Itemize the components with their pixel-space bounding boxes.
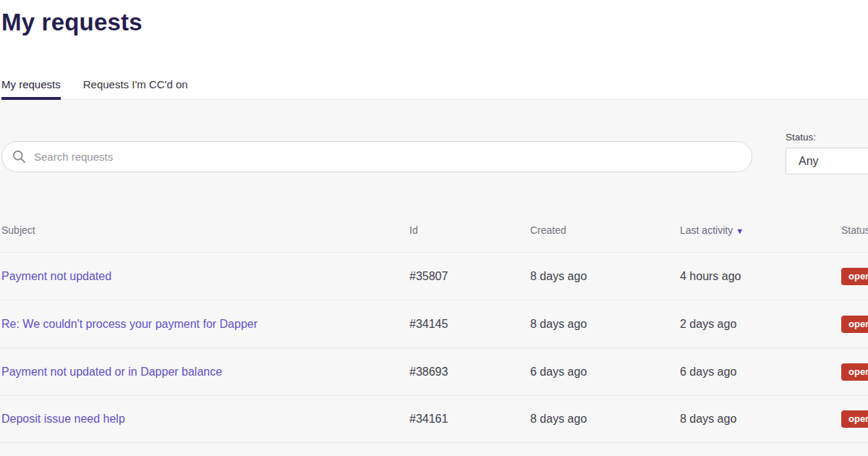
page-header: My requests My requests Requests I'm CC'… — [0, 0, 868, 100]
status-filter-label: Status: — [786, 132, 868, 143]
column-header-last-activity[interactable]: Last activity▼ — [680, 224, 841, 252]
request-created: 6 days ago — [530, 366, 680, 379]
request-last-activity: 4 hours ago — [680, 270, 841, 283]
status-badge: open — [841, 363, 868, 381]
table-row: Payment not updated or in Dapper balance… — [0, 347, 868, 395]
request-last-activity: 6 days ago — [680, 366, 841, 379]
column-header-subject[interactable]: Subject — [1, 224, 409, 252]
column-header-created[interactable]: Created — [530, 224, 680, 252]
request-created: 8 days ago — [530, 413, 680, 426]
request-subject-link[interactable]: Payment not updated or in Dapper balance — [1, 366, 222, 378]
request-subject-link[interactable]: Re: We couldn't process your payment for… — [1, 318, 258, 330]
tab-requests-ccd-on[interactable]: Requests I'm CC'd on — [83, 74, 188, 99]
table-body: Payment not updated #35807 8 days ago 4 … — [0, 252, 868, 443]
page-title: My requests — [1, 9, 868, 36]
status-select-value: Any — [799, 155, 819, 168]
status-select[interactable]: Any — [786, 148, 868, 174]
request-id: #35807 — [409, 270, 530, 283]
request-id: #34161 — [409, 413, 530, 426]
request-last-activity: 2 days ago — [680, 318, 841, 331]
status-badge: open — [841, 268, 868, 285]
request-created: 8 days ago — [530, 318, 680, 331]
column-header-last-activity-label: Last activity — [680, 224, 733, 236]
tab-my-requests[interactable]: My requests — [1, 74, 61, 99]
filter-row: Status: Any — [0, 100, 868, 172]
status-filter: Status: Any — [786, 132, 868, 174]
request-id: #38693 — [409, 366, 530, 379]
tab-bar: My requests Requests I'm CC'd on — [1, 74, 868, 100]
request-subject-link[interactable]: Payment not updated — [1, 270, 111, 282]
request-subject-link[interactable]: Deposit issue need help — [1, 413, 125, 425]
request-id: #34145 — [409, 318, 530, 331]
table-row: Re: We couldn't process your payment for… — [0, 300, 868, 347]
sort-descending-icon: ▼ — [736, 227, 744, 235]
table-row: Deposit issue need help #34161 8 days ag… — [0, 395, 868, 443]
table-header: Subject Id Created Last activity▼ Status — [0, 172, 868, 252]
status-badge: open — [841, 410, 868, 428]
search-input[interactable] — [1, 141, 752, 172]
column-header-id[interactable]: Id — [409, 224, 530, 252]
status-badge: open — [841, 316, 868, 333]
search-bar — [1, 141, 752, 172]
column-header-status[interactable]: Status — [841, 224, 868, 252]
request-created: 8 days ago — [530, 270, 680, 283]
request-last-activity: 8 days ago — [680, 413, 841, 426]
table-row: Payment not updated #35807 8 days ago 4 … — [0, 252, 868, 300]
content-area: Status: Any Subject Id Created Last acti… — [0, 100, 868, 456]
